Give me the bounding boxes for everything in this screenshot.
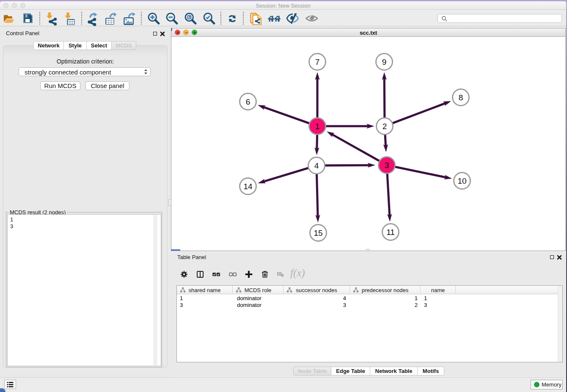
svg-text:2: 2 (383, 122, 387, 131)
svg-text:15: 15 (314, 229, 322, 237)
svg-text:7: 7 (315, 58, 320, 66)
svg-text:3: 3 (385, 161, 389, 170)
svg-text:4: 4 (314, 161, 319, 170)
svg-text:11: 11 (386, 228, 395, 237)
svg-text:9: 9 (382, 58, 387, 66)
svg-text:6: 6 (246, 97, 250, 106)
svg-text:8: 8 (459, 93, 463, 102)
svg-text:14: 14 (243, 182, 253, 191)
svg-text:1: 1 (315, 122, 320, 131)
svg-text:10: 10 (457, 177, 466, 185)
